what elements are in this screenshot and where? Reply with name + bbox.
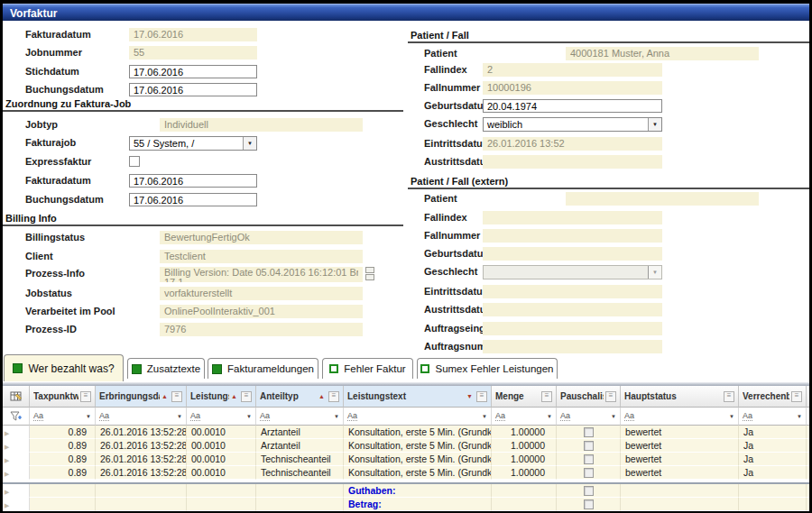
filter-dropdown-icon[interactable]: ▼: [797, 414, 802, 419]
tab-sumex-fehler-leistungen[interactable]: Sumex Fehler Leistungen: [417, 358, 558, 379]
geschlecht-select[interactable]: weiblich ▼: [483, 117, 662, 132]
filter-cell-leistungstext[interactable]: Aa ▼: [344, 408, 492, 426]
match-case-icon[interactable]: Aa: [260, 411, 270, 421]
filter-cell-menge[interactable]: Aa ▼: [492, 408, 557, 426]
row-expander[interactable]: ▶: [3, 498, 30, 511]
column-menu-icon[interactable]: ≡: [724, 391, 734, 402]
filter-dropdown-icon[interactable]: ▼: [86, 414, 91, 419]
pauschalisiert-checkbox[interactable]: [584, 486, 594, 496]
fallnummer-readonly-field: 10000196: [483, 81, 662, 95]
cell-empty: [256, 498, 344, 511]
filter-cell-pauschalisiert[interactable]: Aa ▼: [557, 408, 621, 426]
geschlecht-label: Geschlecht: [424, 266, 477, 277]
column-menu-icon[interactable]: ≡: [241, 391, 252, 402]
geburtsdatum-input[interactable]: [483, 99, 662, 113]
eintrittsdatum-extern-row: Eintrittsdatum: [3, 285, 809, 301]
column-header-erbringungsdatum[interactable]: Erbringungsdatum ▲ ≡: [96, 386, 187, 408]
cell-anteiltyp: Technischeanteil: [256, 466, 344, 480]
cell-empty: [492, 498, 557, 511]
chevron-down-icon: ▼: [648, 266, 661, 279]
filter-cell-leistungsnr[interactable]: Aa ▼: [187, 408, 256, 426]
pauschalisiert-checkbox[interactable]: [584, 468, 594, 478]
filter-cell-erbringungsdatum[interactable]: Aa ▼: [96, 408, 187, 426]
table-row[interactable]: ▶ 0.89 26.01.2016 13:52:28 00.0010 Arzta…: [3, 439, 809, 453]
filter-cell-hauptstatus[interactable]: Aa ▼: [621, 408, 739, 426]
pauschalisiert-checkbox[interactable]: [584, 441, 594, 451]
filter-dropdown-icon[interactable]: ▼: [547, 414, 552, 419]
tab-label: Wer bezahlt was?: [28, 362, 114, 375]
row-expander[interactable]: ▶: [3, 453, 30, 466]
filter-cell-anteiltyp[interactable]: Aa ▼: [256, 408, 344, 426]
match-case-icon[interactable]: Aa: [33, 411, 43, 421]
cell-leistungstext: Konsultation, erste 5 Min. (Grundkonsult…: [344, 439, 492, 453]
filter-dropdown-icon[interactable]: ▼: [611, 414, 616, 419]
sort-desc-icon: ▼: [466, 393, 473, 399]
cell-anteiltyp: Arztanteil: [256, 426, 344, 439]
match-case-icon[interactable]: Aa: [99, 411, 109, 421]
match-case-icon[interactable]: Aa: [624, 411, 634, 421]
fallindex-row: Fallindex 2: [3, 63, 809, 79]
filter-cell-verrechenbar[interactable]: Aa ▼: [739, 408, 807, 426]
column-menu-icon[interactable]: ≡: [476, 391, 487, 402]
filter-dropdown-icon[interactable]: ▼: [334, 414, 339, 419]
match-case-icon[interactable]: Aa: [743, 411, 752, 421]
column-header-leistungstext[interactable]: Leistungstext ▼ ≡: [344, 386, 492, 408]
row-expander[interactable]: ▶: [3, 466, 30, 480]
section-rule: [408, 41, 809, 43]
row-expander[interactable]: ▶: [3, 426, 30, 439]
pauschalisiert-checkbox[interactable]: [584, 454, 594, 464]
filter-dropdown-icon[interactable]: ▼: [482, 414, 487, 419]
geschlecht-extern-row: Geschlecht ▼: [3, 265, 809, 281]
column-header-verrechenbar[interactable]: Verrechenbar ≡: [739, 386, 807, 408]
tab-zusatztexte[interactable]: Zusatztexte: [127, 358, 205, 379]
tab-wer-bezahlt-was[interactable]: Wer bezahlt was?: [4, 354, 124, 381]
tab-fakturameldungen[interactable]: Fakturameldungen: [208, 358, 318, 379]
column-header-pauschalisiert[interactable]: Pauschalisiert ≡: [557, 386, 621, 408]
fallindex-extern-readonly-field: [483, 211, 662, 224]
column-menu-icon[interactable]: ≡: [328, 391, 339, 402]
column-menu-icon[interactable]: ≡: [80, 391, 91, 402]
row-expander-icon: ▶: [5, 471, 9, 477]
column-header-taxpunktwert[interactable]: Taxpunktwert ≡: [30, 386, 96, 408]
auftragsnummer-readonly-field: [483, 340, 662, 353]
table-row[interactable]: ▶ 0.89 26.01.2016 13:52:28 00.0010 Techn…: [3, 453, 809, 466]
tab-label: Sumex Fehler Leistungen: [435, 363, 553, 374]
fallindex-label: Fallindex: [424, 64, 467, 75]
summary-row-guthaben[interactable]: ▶ Guthaben:: [3, 484, 809, 498]
filter-dropdown-icon[interactable]: ▼: [246, 414, 252, 419]
chevron-down-icon[interactable]: ▼: [648, 118, 661, 131]
summary-row-betrag[interactable]: ▶ Betrag:: [3, 498, 809, 511]
column-header-anteiltyp[interactable]: Anteiltyp ▲ ≡: [256, 386, 344, 408]
column-header-menge[interactable]: Menge ≡: [492, 386, 557, 408]
row-expander[interactable]: ▶: [3, 484, 30, 498]
filter-cell-taxpunktwert[interactable]: Aa ▼: [30, 408, 96, 426]
row-expander[interactable]: ▶: [3, 439, 30, 453]
sort-asc-icon: ▲: [231, 393, 237, 399]
filter-dropdown-icon[interactable]: ▼: [177, 414, 182, 419]
match-case-icon[interactable]: Aa: [495, 411, 505, 421]
pauschalisiert-checkbox[interactable]: [584, 499, 594, 509]
table-row[interactable]: ▶ 0.89 26.01.2016 13:52:28 00.0010 Techn…: [3, 466, 809, 480]
column-menu-icon[interactable]: ≡: [605, 391, 616, 402]
tab-fehler-faktur[interactable]: Fehler Faktur: [322, 358, 413, 379]
filter-dropdown-icon[interactable]: ▼: [729, 414, 734, 419]
match-case-icon[interactable]: Aa: [560, 411, 570, 421]
fallindex-label: Fallindex: [424, 212, 467, 223]
cell-taxpunktwert: 0.89: [30, 439, 96, 453]
cell-menge: 1.00000: [492, 426, 557, 439]
add-filter-button[interactable]: [3, 408, 30, 426]
title-bar: Vorfaktur: [3, 4, 809, 21]
table-settings-button[interactable]: [3, 386, 30, 408]
match-case-icon[interactable]: Aa: [347, 411, 357, 421]
column-menu-icon[interactable]: ≡: [541, 391, 552, 402]
fakturadatum-input[interactable]: [129, 174, 257, 188]
cell-pauschalisiert: [557, 466, 621, 480]
table-row[interactable]: ▶ 0.89 26.01.2016 13:52:28 00.0010 Arzta…: [3, 426, 809, 439]
pauschalisiert-checkbox[interactable]: [584, 427, 594, 437]
column-header-hauptstatus[interactable]: Hauptstatus ≡: [621, 386, 739, 408]
cell-erbringungsdatum: 26.01.2016 13:52:28: [96, 453, 187, 466]
column-menu-icon[interactable]: ≡: [791, 391, 802, 402]
column-menu-icon[interactable]: ≡: [171, 391, 182, 402]
match-case-icon[interactable]: Aa: [190, 411, 200, 421]
column-header-leistungsnr[interactable]: Leistungsnr ▲ ≡: [187, 386, 256, 408]
